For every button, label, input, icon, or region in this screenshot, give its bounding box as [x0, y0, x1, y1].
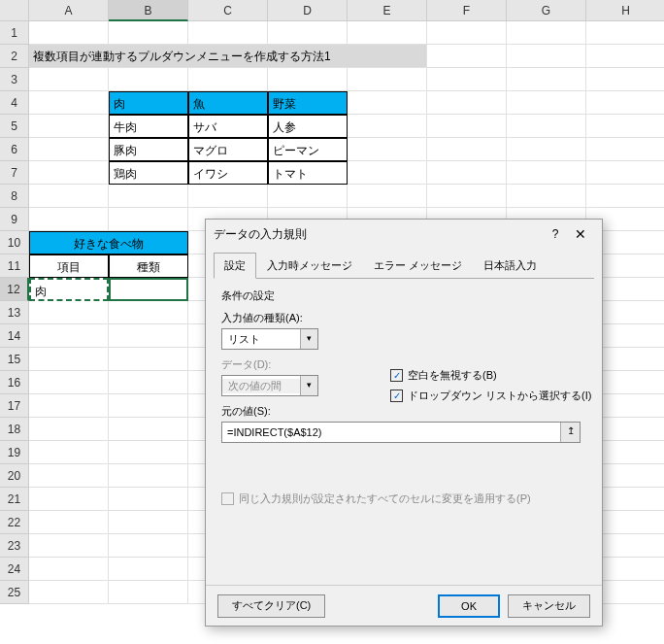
cell[interactable] — [109, 68, 188, 91]
cell[interactable] — [29, 348, 109, 371]
type-combo[interactable]: リスト ▾ — [221, 328, 318, 350]
table-cell[interactable]: 豚肉 — [109, 138, 188, 161]
table-cell[interactable]: マグロ — [188, 138, 268, 161]
cell[interactable] — [109, 418, 188, 441]
cell[interactable] — [427, 185, 507, 208]
table-header[interactable]: 野菜 — [268, 91, 348, 115]
cell[interactable] — [29, 301, 109, 324]
row-header[interactable]: 20 — [0, 464, 29, 488]
row-header[interactable]: 14 — [0, 324, 29, 348]
cell[interactable] — [29, 394, 109, 418]
cell[interactable] — [268, 21, 348, 45]
chevron-down-icon[interactable]: ▾ — [300, 329, 317, 349]
cell[interactable] — [29, 581, 109, 604]
col-header-g[interactable]: G — [507, 0, 586, 21]
fav-title[interactable]: 好きな食べ物 — [29, 231, 188, 254]
cell[interactable] — [109, 534, 188, 558]
cell[interactable] — [109, 488, 188, 511]
cell[interactable] — [507, 138, 586, 161]
cell[interactable] — [427, 45, 507, 68]
cell[interactable] — [427, 68, 507, 91]
col-header-a[interactable]: A — [29, 0, 109, 21]
cell[interactable] — [507, 68, 586, 91]
cell[interactable] — [109, 371, 188, 394]
tab-settings[interactable]: 設定 — [214, 253, 256, 279]
title-cell[interactable]: 複数項目が連動するプルダウンメニューを作成する方法1 — [29, 45, 427, 68]
cell[interactable] — [29, 371, 109, 394]
row-header[interactable]: 16 — [0, 371, 29, 394]
cell[interactable] — [188, 68, 268, 91]
cell[interactable] — [268, 185, 348, 208]
cell[interactable] — [109, 511, 188, 534]
ok-button[interactable]: OK — [438, 594, 500, 618]
cell[interactable] — [348, 138, 427, 161]
cell[interactable] — [29, 418, 109, 441]
range-picker-icon[interactable]: ↥ — [560, 423, 580, 442]
cell[interactable] — [29, 161, 109, 185]
cell[interactable] — [586, 185, 664, 208]
dialog-titlebar[interactable]: データの入力規則 ? ✕ — [206, 220, 602, 249]
cell[interactable] — [29, 441, 109, 464]
col-header-b[interactable]: B — [109, 0, 188, 21]
row-header[interactable]: 8 — [0, 185, 29, 208]
cell[interactable] — [109, 464, 188, 488]
cell[interactable] — [29, 324, 109, 348]
col-header-e[interactable]: E — [348, 0, 427, 21]
row-header[interactable]: 9 — [0, 208, 29, 231]
tab-input-message[interactable]: 入力時メッセージ — [256, 253, 363, 279]
dropdown-checkbox[interactable]: ✓ ドロップダウン リストから選択する(I) — [390, 389, 591, 403]
cell[interactable] — [188, 21, 268, 45]
row-header[interactable]: 25 — [0, 581, 29, 604]
cell[interactable] — [109, 21, 188, 45]
cell[interactable] — [586, 161, 664, 185]
cell[interactable] — [29, 558, 109, 581]
row-header[interactable]: 17 — [0, 394, 29, 418]
cell[interactable] — [348, 161, 427, 185]
ignore-blank-checkbox[interactable]: ✓ 空白を無視する(B) — [390, 368, 591, 383]
cell[interactable] — [348, 115, 427, 138]
row-header[interactable]: 2 — [0, 45, 29, 68]
row-header[interactable]: 1 — [0, 21, 29, 45]
cell[interactable] — [586, 68, 664, 91]
cell[interactable] — [109, 441, 188, 464]
tab-ime[interactable]: 日本語入力 — [473, 253, 548, 279]
cell[interactable] — [507, 45, 586, 68]
cell[interactable] — [427, 161, 507, 185]
col-header-d[interactable]: D — [268, 0, 348, 21]
table-cell[interactable]: サバ — [188, 115, 268, 138]
row-header[interactable]: 5 — [0, 115, 29, 138]
row-header[interactable]: 15 — [0, 348, 29, 371]
cell[interactable] — [109, 324, 188, 348]
cell[interactable] — [29, 21, 109, 45]
table-cell[interactable]: 鶏肉 — [109, 161, 188, 185]
cell[interactable] — [348, 185, 427, 208]
cancel-button[interactable]: キャンセル — [508, 594, 590, 618]
row-header[interactable]: 6 — [0, 138, 29, 161]
cell[interactable] — [586, 91, 664, 115]
row-header[interactable]: 7 — [0, 161, 29, 185]
tab-error-message[interactable]: エラー メッセージ — [363, 253, 473, 279]
row-header[interactable]: 24 — [0, 558, 29, 581]
row-header[interactable]: 3 — [0, 68, 29, 91]
row-header[interactable]: 21 — [0, 488, 29, 511]
row-header[interactable]: 13 — [0, 301, 29, 324]
cell[interactable] — [29, 464, 109, 488]
col-header-c[interactable]: C — [188, 0, 268, 21]
row-header[interactable]: 22 — [0, 511, 29, 534]
cell-b12-active[interactable] — [109, 278, 188, 301]
cell[interactable] — [348, 68, 427, 91]
cell[interactable] — [507, 185, 586, 208]
cell[interactable] — [109, 581, 188, 604]
cell[interactable] — [29, 68, 109, 91]
cell[interactable] — [109, 185, 188, 208]
cell[interactable] — [586, 45, 664, 68]
cell[interactable] — [586, 138, 664, 161]
cell[interactable] — [29, 115, 109, 138]
cell-a12[interactable]: 肉 — [29, 278, 109, 301]
select-all-corner[interactable] — [0, 0, 29, 21]
cell[interactable] — [427, 21, 507, 45]
cell[interactable] — [29, 511, 109, 534]
cell[interactable] — [507, 161, 586, 185]
cell[interactable] — [348, 91, 427, 115]
col-header-f[interactable]: F — [427, 0, 507, 21]
